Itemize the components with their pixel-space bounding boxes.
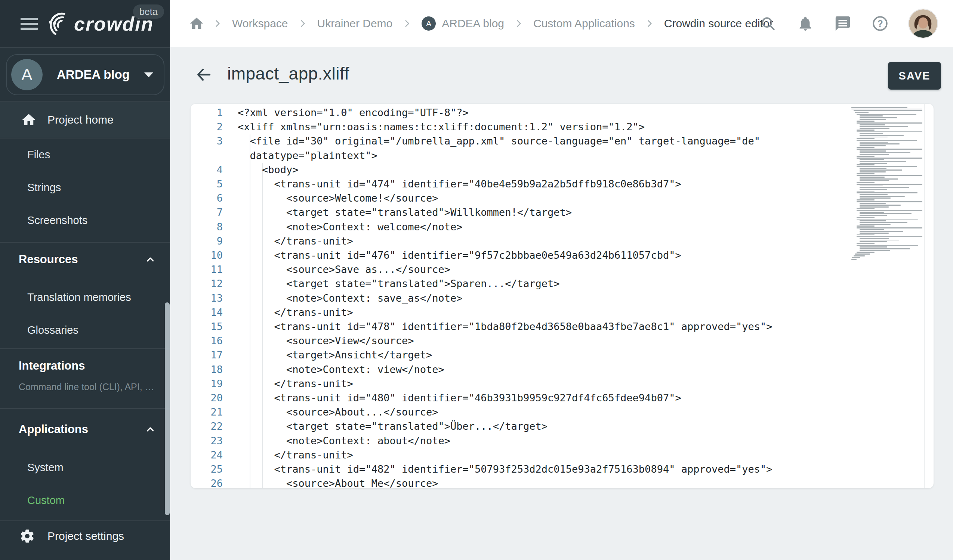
line-content: <body> [238, 163, 851, 177]
line-content: <note>Context: welcome</note> [238, 220, 851, 234]
code-line[interactable]: 26 <source>About Me</source> [191, 476, 853, 488]
code-line[interactable]: 13 <note>Context: save_as</note> [191, 291, 853, 305]
beta-badge: beta [133, 5, 164, 19]
code-line[interactable]: 18 <note>Context: view</note> [191, 362, 853, 377]
back-arrow-button[interactable] [195, 66, 213, 84]
sidebar-item[interactable]: Files [0, 138, 170, 171]
code-line[interactable]: 2 <xliff xmlns="urn:oasis:names:tc:xliff… [191, 120, 853, 134]
sidebar-section-applications[interactable]: Applications [0, 413, 170, 446]
breadcrumb-item[interactable]: Workspace [232, 17, 288, 30]
minimap-line [860, 152, 910, 153]
code-line[interactable]: 25 <trans-unit id="482" identifier="5079… [191, 462, 853, 476]
line-number: 24 [191, 448, 223, 462]
line-number: 25 [191, 462, 223, 476]
minimap-line [857, 236, 922, 237]
minimap-line [857, 201, 922, 202]
minimap-line [860, 186, 883, 187]
code-line[interactable]: 7 <target state="translated">Willkommen!… [191, 205, 853, 220]
messages-icon[interactable] [834, 15, 851, 32]
page-title: impact_app.xliff [227, 63, 349, 84]
code-line[interactable]: 3 <file id="30" original="/umbrella_app.… [191, 134, 853, 162]
breadcrumb-item[interactable]: Ukrainer Demo [317, 17, 393, 30]
line-number: 2 [191, 120, 223, 134]
code-line[interactable]: 17 <target>Ansicht</target> [191, 348, 853, 362]
code-line[interactable]: 9 </trans-unit> [191, 234, 853, 248]
help-icon[interactable]: ? [872, 15, 889, 32]
sidebar-scrollbar[interactable] [165, 302, 170, 515]
sidebar-item-project-home[interactable]: Project home [0, 102, 170, 138]
minimap-line [860, 246, 887, 248]
line-content: <target state="translated">Über...</targ… [238, 419, 851, 433]
minimap-line [860, 142, 888, 143]
editor-minimap[interactable] [851, 107, 923, 263]
save-button[interactable]: SAVE [888, 62, 941, 90]
minimap-line [860, 238, 889, 239]
code-line[interactable]: 12 <target state="translated">Sparen...<… [191, 277, 853, 291]
code-line[interactable]: 11 <source>Save as...</source> [191, 263, 853, 277]
minimap-line [860, 115, 883, 116]
breadcrumb-item[interactable]: A ARDEA blog [422, 16, 504, 31]
code-editor[interactable]: 1 <?xml version="1.0" encoding="UTF-8"?>… [191, 104, 934, 488]
sidebar-item[interactable]: Glossaries [0, 314, 170, 347]
minimap-line [857, 227, 922, 229]
line-number: 4 [191, 163, 223, 177]
line-number: 18 [191, 362, 223, 377]
sidebar-item-label: System [27, 461, 64, 474]
user-avatar[interactable] [909, 9, 937, 38]
minimap-line [857, 175, 922, 176]
sidebar-item[interactable]: System [0, 451, 170, 484]
topbar: Workspace Ukrainer Demo A ARDEA blog Cus… [170, 0, 953, 47]
sidebar-section-resources[interactable]: Resources [0, 243, 170, 276]
minimap-line [857, 147, 874, 148]
code-line[interactable]: 5 <trans-unit id="474" identifier="40be4… [191, 177, 853, 191]
code-area[interactable]: 1 <?xml version="1.0" encoding="UTF-8"?>… [191, 106, 853, 488]
line-content: <trans-unit id="478" identifier="1bda80f… [238, 320, 851, 334]
code-line[interactable]: 23 <note>Context: about</note> [191, 434, 853, 448]
line-content: <trans-unit id="480" identifier="46b3931… [238, 391, 851, 405]
sidebar-item[interactable]: Screenshots [0, 204, 170, 237]
search-icon[interactable] [759, 15, 777, 32]
notifications-bell-icon[interactable] [797, 15, 814, 32]
sidebar-item-label: Glossaries [27, 324, 79, 336]
minimap-line [860, 119, 886, 120]
sidebar-section-integrations[interactable]: Integrations [0, 355, 170, 377]
minimap-line [857, 217, 874, 218]
code-line[interactable]: 24 </trans-unit> [191, 448, 853, 462]
sidebar-item[interactable]: Custom [0, 484, 170, 517]
minimap-line [857, 138, 874, 139]
code-line[interactable]: 8 <note>Context: welcome</note> [191, 220, 853, 234]
line-number: 11 [191, 263, 223, 277]
sidebar-resources-items: Translation memories Glossaries [0, 281, 170, 347]
line-content: </trans-unit> [238, 448, 851, 462]
code-line[interactable]: 4 <body> [191, 163, 853, 177]
code-line[interactable]: 10 <trans-unit id="476" identifier="9f57… [191, 248, 853, 263]
minimap-line [851, 109, 922, 110]
line-content: <note>Context: view</note> [238, 362, 851, 377]
line-content: <xliff xmlns="urn:oasis:names:tc:xliff:d… [238, 120, 851, 134]
minimap-line [857, 158, 922, 159]
breadcrumb-item[interactable]: Custom Applications [533, 17, 635, 30]
chevron-up-icon [144, 424, 156, 435]
crowdin-app: crowdin beta A ARDEA blog Project home F… [0, 0, 953, 560]
code-line[interactable]: 21 <source>About...</source> [191, 405, 853, 419]
code-line[interactable]: 16 <source>View</source> [191, 334, 853, 348]
sidebar-item[interactable]: Strings [0, 171, 170, 204]
code-line[interactable]: 22 <target state="translated">Über...</t… [191, 419, 853, 433]
breadcrumb-item[interactable]: Crowdin source editor [664, 17, 773, 30]
minimap-line [857, 182, 874, 183]
line-content: </trans-unit> [238, 305, 851, 320]
home-icon[interactable] [189, 15, 205, 31]
minimap-line [857, 166, 917, 167]
code-line[interactable]: 19 </trans-unit> [191, 377, 853, 391]
hamburger-menu-icon[interactable] [20, 18, 38, 31]
code-line[interactable]: 6 <source>Welcome!</source> [191, 191, 853, 205]
code-line[interactable]: 15 <trans-unit id="478" identifier="1bda… [191, 320, 853, 334]
project-selector[interactable]: A ARDEA blog [6, 54, 165, 95]
code-line[interactable]: 1 <?xml version="1.0" encoding="UTF-8"?> [191, 106, 853, 120]
minimap-line [860, 187, 909, 188]
code-line[interactable]: 14 </trans-unit> [191, 305, 853, 320]
line-content: <?xml version="1.0" encoding="UTF-8"?> [238, 106, 851, 120]
sidebar-item[interactable]: Translation memories [0, 281, 170, 314]
code-line[interactable]: 20 <trans-unit id="480" identifier="46b3… [191, 391, 853, 405]
sidebar-item-project-settings[interactable]: Project settings [0, 522, 170, 550]
